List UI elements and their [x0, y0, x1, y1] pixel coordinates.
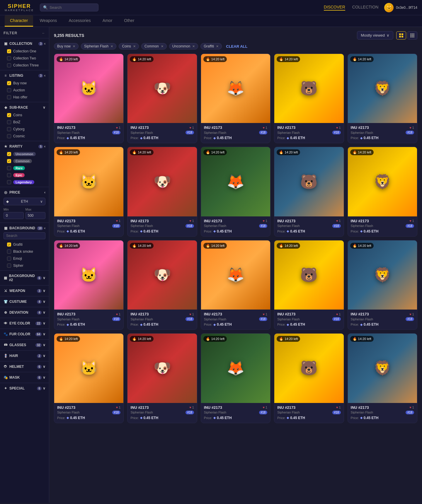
- nft-card[interactable]: 🦊 🔥 14:20 left INU #2173 ♥ 1 Sipherian F…: [201, 147, 270, 236]
- nav-link-collection[interactable]: COLLECTION: [352, 5, 378, 11]
- sidebar-section-eye-color[interactable]: 👁 EYE COLOR 22 ∨: [0, 319, 49, 327]
- nft-card[interactable]: 🐶 🔥 14:20 left INU #2173 ♥ 1 Sipherian F…: [127, 240, 197, 330]
- nft-heart[interactable]: ♥ 1: [336, 312, 341, 316]
- sidebar-item-common[interactable]: Common: [0, 158, 49, 165]
- nft-heart[interactable]: ♥ 1: [336, 406, 341, 409]
- sidebar-item-epic[interactable]: Epic: [0, 172, 49, 179]
- nft-card[interactable]: 🐶 🔥 14:20 left INU #2173 ♥ 1 Sipherian F…: [127, 54, 197, 143]
- filter-tag-buynow[interactable]: Buy now ✕: [54, 43, 79, 49]
- nft-heart[interactable]: ♥ 1: [263, 312, 268, 316]
- sidebar-item-buynow[interactable]: Buy now: [0, 80, 49, 87]
- sidebar-collapse-icon[interactable]: ←: [42, 31, 45, 35]
- tab-other[interactable]: Other: [119, 15, 139, 27]
- collection-three-checkbox[interactable]: [7, 63, 11, 67]
- nft-card[interactable]: 🦊 🔥 14:20 left INU #2173 ♥ 1 Sipherian F…: [201, 240, 270, 330]
- tab-accessories[interactable]: Accessories: [63, 15, 96, 27]
- sidebar-item-emoji[interactable]: Emoji: [0, 255, 49, 262]
- brand-logo[interactable]: SIPHER MARKETPLACE: [5, 4, 34, 12]
- nft-heart[interactable]: ♥ 1: [189, 312, 194, 316]
- filter-tag-sipherianflash-remove[interactable]: ✕: [110, 45, 113, 48]
- sidebar-item-collection-three[interactable]: Collection Three: [0, 62, 49, 69]
- nft-card[interactable]: 🐶 🔥 14:20 left INU #2173 ♥ 1 Sipherian F…: [127, 147, 197, 236]
- nft-heart[interactable]: ♥ 1: [263, 219, 268, 223]
- nav-link-discover[interactable]: DISCOVER: [324, 5, 345, 11]
- collection-section-header[interactable]: ▣ COLLECTION 3 ‹: [0, 40, 49, 48]
- nft-card[interactable]: 🦁 🔥 14:20 left INU #2173 ♥ 1 Sipherian F…: [348, 54, 417, 143]
- nft-heart[interactable]: ♥ 1: [409, 126, 414, 129]
- nft-card[interactable]: 🦁 🔥 14:20 left INU #2173 ♥ 1 Sipherian F…: [348, 240, 417, 330]
- nft-card[interactable]: 🐻 🔥 14:20 left INU #2173 ♥ 1 Sipherian F…: [274, 54, 344, 143]
- tab-amor[interactable]: Amor: [97, 15, 118, 27]
- cyborg-checkbox[interactable]: [7, 127, 11, 131]
- nft-card[interactable]: 🐱 🔥 14:20 left INU #2173 ♥ 1 Sipherian F…: [54, 147, 124, 236]
- filter-tag-uncommon[interactable]: Uncommon ✕: [169, 43, 198, 49]
- collection-two-checkbox[interactable]: [7, 56, 11, 60]
- background-section-header[interactable]: ▦ BACKGROUND 18 ‹: [0, 224, 49, 232]
- sidebar-item-auction[interactable]: Auction: [0, 87, 49, 94]
- sidebar-section-special[interactable]: ✦ SPECIAL 6 ∨: [0, 384, 49, 392]
- sidebar-item-coins[interactable]: Coins: [0, 112, 49, 119]
- auction-checkbox[interactable]: [7, 88, 11, 92]
- view-grid-large[interactable]: [396, 31, 406, 40]
- rare-checkbox[interactable]: [7, 166, 11, 170]
- listing-section-header[interactable]: ≡ LISTING 3 ‹: [0, 71, 49, 80]
- sidebar-item-cyborg[interactable]: Cyborg: [0, 126, 49, 133]
- user-info[interactable]: 🐱 0x3e0...9f714: [384, 3, 417, 12]
- nft-heart[interactable]: ♥ 1: [409, 219, 414, 223]
- min-price-input[interactable]: [4, 212, 24, 219]
- nft-card[interactable]: 🦊 🔥 14:20 left INU #2173 ♥ 1 Sipherian F…: [201, 54, 270, 143]
- nft-heart[interactable]: ♥ 1: [116, 312, 121, 316]
- nft-heart[interactable]: ♥ 1: [116, 406, 121, 409]
- epic-checkbox[interactable]: [7, 173, 11, 177]
- filter-tag-graffiti[interactable]: Graffiti ✕: [200, 43, 222, 49]
- sidebar-item-hasoffer[interactable]: Has offer: [0, 94, 49, 101]
- nft-card[interactable]: 🦊 🔥 14:20 left INU #2173 ♥ 1 Sipherian F…: [201, 333, 270, 423]
- common-checkbox[interactable]: [7, 159, 11, 163]
- sidebar-item-cosmic[interactable]: Cosmic: [0, 133, 49, 140]
- nft-card[interactable]: 🐱 🔥 14:20 left INU #2173 ♥ 1 Sipherian F…: [54, 240, 124, 330]
- filter-tag-uncommon-remove[interactable]: ✕: [192, 45, 195, 48]
- nft-heart[interactable]: ♥ 1: [336, 126, 341, 129]
- search-input[interactable]: [50, 5, 95, 10]
- nft-heart[interactable]: ♥ 1: [263, 406, 268, 409]
- background-search-input[interactable]: [4, 232, 45, 239]
- graffiti-checkbox[interactable]: [7, 242, 11, 247]
- nft-card[interactable]: 🦁 🔥 14:20 left INU #2173 ♥ 1 Sipherian F…: [348, 333, 417, 423]
- cosmic-checkbox[interactable]: [7, 134, 11, 138]
- nft-card[interactable]: 🐱 🔥 14:20 left INU #2173 ♥ 1 Sipherian F…: [54, 54, 124, 143]
- emoji-checkbox[interactable]: [7, 257, 11, 261]
- legendary-checkbox[interactable]: [7, 180, 11, 184]
- currency-select[interactable]: ◆ ETH ∨: [4, 198, 45, 205]
- nft-heart[interactable]: ♥ 1: [189, 219, 194, 223]
- sidebar-item-collection-one[interactable]: Collection One: [0, 48, 49, 55]
- nft-heart[interactable]: ♥ 1: [336, 219, 341, 223]
- nft-card[interactable]: 🐻 🔥 14:20 left INU #2173 ♥ 1 Sipherian F…: [274, 240, 344, 330]
- collection-one-checkbox[interactable]: [7, 49, 11, 53]
- sidebar-item-sipher-bg[interactable]: Sipher: [0, 262, 49, 269]
- sidebar-item-uncommon[interactable]: Uncommon: [0, 151, 49, 158]
- filter-tag-coins-remove[interactable]: ✕: [133, 45, 136, 48]
- max-price-input[interactable]: [25, 212, 46, 219]
- nft-card[interactable]: 🐱 🔥 14:20 left INU #2173 ♥ 1 Sipherian F…: [54, 333, 124, 423]
- sidebar-item-graffiti[interactable]: Grafiti: [0, 241, 49, 248]
- sort-dropdown[interactable]: Mostly viewed ∨: [357, 31, 393, 40]
- sidebar-item-collection-two[interactable]: Collection Two: [0, 55, 49, 62]
- clear-all-button[interactable]: CLEAR ALL: [224, 43, 249, 49]
- filter-tag-common[interactable]: Common ✕: [141, 43, 167, 49]
- sidebar-section-custume[interactable]: 👕 CUSTUME 4 ∨: [0, 298, 49, 306]
- rarity-section-header[interactable]: ★ RARITY 5 ‹: [0, 142, 49, 151]
- tab-weapons[interactable]: Weapons: [34, 15, 62, 27]
- nft-card[interactable]: 🐻 🔥 14:20 left INU #2173 ♥ 1 Sipherian F…: [274, 147, 344, 236]
- filter-tag-coins[interactable]: Coins ✕: [119, 43, 139, 49]
- nft-card[interactable]: 🐶 🔥 14:20 left INU #2173 ♥ 1 Sipherian F…: [127, 333, 197, 423]
- filter-tag-common-remove[interactable]: ✕: [161, 45, 164, 48]
- sidebar-section-hair[interactable]: 💈 HAIR 2 ∨: [0, 352, 49, 360]
- sidebar-item-blacksmoke[interactable]: Black smoke: [0, 248, 49, 255]
- filter-tag-graffiti-remove[interactable]: ✕: [216, 45, 219, 48]
- sidebar-section-mask[interactable]: 🎭 MASK 6 ∨: [0, 373, 49, 382]
- nft-heart[interactable]: ♥ 1: [263, 126, 268, 129]
- sidebar-item-rare[interactable]: Rare: [0, 165, 49, 172]
- sidebar-section-background2[interactable]: ▦ BACKGROUND #2 6 ∨: [0, 272, 49, 284]
- nft-card[interactable]: 🐻 🔥 14:20 left INU #2173 ♥ 1 Sipherian F…: [274, 333, 344, 423]
- nft-heart[interactable]: ♥ 1: [189, 126, 194, 129]
